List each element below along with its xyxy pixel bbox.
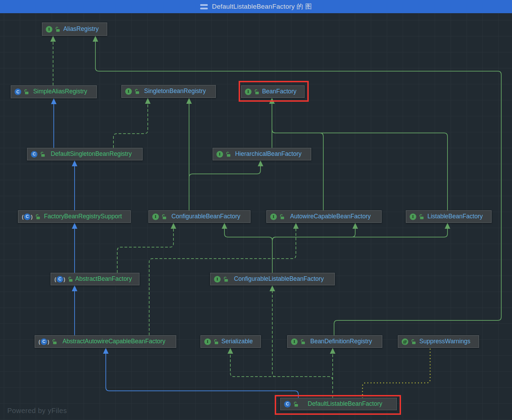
node-label: AutowireCapableBeanFactory: [285, 213, 378, 221]
node-label: ListableBeanFactory: [425, 213, 488, 221]
arrowhead-BeanDefinitionRegistry-to-AliasRegistry: [93, 36, 98, 42]
diagram-icon: [200, 4, 208, 9]
unlocked-icon: [52, 339, 58, 345]
abstract-class-icon: (C): [22, 213, 33, 220]
node-label: HierarchicalBeanFactory: [231, 150, 307, 158]
unlocked-icon: [213, 339, 219, 345]
unlocked-icon: [35, 214, 41, 220]
arrowhead-AbstractBeanFactory-to-ConfigurableBeanFactory: [171, 223, 176, 229]
node-HierarchicalBeanFactory[interactable]: I HierarchicalBeanFactory: [213, 148, 311, 160]
arrowhead-ConfigurableListableBeanFactory-to-AutowireCapableBeanFactory: [352, 223, 358, 229]
node-AbstractAutowireCapableBeanFactory[interactable]: (C) AbstractAutowireCapableBeanFactory: [35, 335, 176, 348]
class-icon: C: [284, 401, 291, 408]
edge-ConfigurableListableBeanFactory-to-ConfigurableBeanFactory: [224, 229, 272, 273]
unlocked-icon: [225, 151, 231, 157]
arrowhead-DefaultListableBeanFactory-to-ConfigurableListableBeanFactory: [270, 285, 275, 291]
edge-ConfigurableListableBeanFactory-to-AutowireCapableBeanFactory: [272, 229, 355, 273]
arrowhead-ConfigurableListableBeanFactory-to-ConfigurableBeanFactory: [222, 223, 227, 229]
node-AbstractBeanFactory[interactable]: (C) AbstractBeanFactory: [51, 273, 139, 285]
abstract-class-icon: (C): [54, 276, 65, 283]
interface-icon: I: [270, 213, 277, 220]
node-label: Serializable: [219, 338, 257, 346]
annotation-icon: @: [402, 338, 408, 345]
edge-AbstractBeanFactory-to-ConfigurableBeanFactory: [117, 229, 173, 273]
node-BeanFactory[interactable]: I BeanFactory: [241, 85, 305, 98]
interface-icon: I: [245, 89, 251, 95]
node-label: AliasRegistry: [61, 25, 103, 33]
edge-ConfigurableBeanFactory-to-HierarchicalBeanFactory: [189, 166, 261, 210]
node-ListableBeanFactory[interactable]: I ListableBeanFactory: [406, 210, 492, 223]
node-label: BeanDefinitionRegistry: [306, 338, 378, 346]
arrowhead-ConfigurableBeanFactory-to-SingletonBeanRegistry: [186, 98, 192, 104]
node-label: DefaultSingletonBeanRegistry: [46, 150, 139, 158]
unlocked-icon: [254, 89, 260, 95]
unlocked-icon: [300, 339, 306, 345]
node-SuppressWarnings[interactable]: @ SuppressWarnings: [398, 335, 479, 348]
node-label: AbstractBeanFactory: [74, 275, 136, 283]
arrowhead-AbstractAutowireCapableBeanFactory-to-AbstractBeanFactory: [72, 285, 77, 291]
arrowhead-DefaultListableBeanFactory-to-BeanDefinitionRegistry: [330, 348, 335, 354]
unlocked-icon: [24, 89, 29, 95]
node-SimpleAliasRegistry[interactable]: C SimpleAliasRegistry: [11, 85, 97, 98]
node-label: BeanFactory: [260, 88, 301, 96]
unlocked-icon: [134, 89, 140, 94]
interface-icon: I: [46, 26, 52, 33]
uml-diagram-window: DefaultListableBeanFactory 的 图 I AliasRe…: [0, 0, 512, 420]
arrowhead-ConfigurableListableBeanFactory-to-ListableBeanFactory: [445, 223, 450, 229]
node-label: SuppressWarnings: [417, 338, 475, 346]
interface-icon: I: [152, 213, 159, 220]
class-icon: C: [15, 89, 21, 95]
interface-icon: I: [204, 338, 211, 345]
unlocked-icon: [40, 151, 46, 157]
arrowhead-SimpleAliasRegistry-to-AliasRegistry: [50, 36, 56, 42]
interface-icon: I: [214, 276, 221, 283]
node-label: ConfigurableBeanFactory: [167, 213, 247, 221]
node-DefaultListableBeanFactory[interactable]: C DefaultListableBeanFactory: [280, 398, 397, 410]
interface-icon: I: [125, 88, 132, 95]
unlocked-icon: [161, 214, 167, 220]
unlocked-icon: [293, 401, 299, 407]
node-SingletonBeanRegistry[interactable]: I SingletonBeanRegistry: [121, 85, 216, 98]
node-ConfigurableBeanFactory[interactable]: I ConfigurableBeanFactory: [148, 210, 250, 223]
arrowhead-DefaultListableBeanFactory-to-Serializable: [228, 348, 233, 354]
unlocked-icon: [419, 214, 425, 220]
arrowhead-DefaultSingletonBeanRegistry-to-SingletonBeanRegistry: [145, 98, 151, 104]
node-label: SimpleAliasRegistry: [29, 88, 93, 96]
arrowhead-AbstractAutowireCapableBeanFactory-to-AutowireCapableBeanFactory: [293, 223, 299, 229]
unlocked-icon: [68, 276, 74, 282]
arrowhead-DefaultSingletonBeanRegistry-to-SimpleAliasRegistry: [51, 98, 57, 104]
window-titlebar: DefaultListableBeanFactory 的 图: [0, 0, 512, 13]
node-label: AbstractAutowireCapableBeanFactory: [58, 338, 172, 346]
node-ConfigurableListableBeanFactory[interactable]: I ConfigurableListableBeanFactory: [210, 273, 335, 285]
edge-DefaultListableBeanFactory-to-AbstractAutowireCapableBeanFactory: [106, 354, 298, 398]
unlocked-icon: [223, 276, 229, 282]
edge-DefaultSingletonBeanRegistry-to-SingletonBeanRegistry: [113, 104, 148, 148]
node-Serializable[interactable]: I Serializable: [200, 335, 261, 348]
interface-icon: I: [216, 151, 223, 158]
arrowhead-FactoryBeanRegistrySupport-to-DefaultSingletonBeanRegistry: [72, 160, 77, 166]
window-title: DefaultListableBeanFactory 的 图: [212, 2, 312, 11]
node-FactoryBeanRegistrySupport[interactable]: (C) FactoryBeanRegistrySupport: [18, 210, 131, 223]
interface-icon: I: [410, 213, 416, 220]
edge-ConfigurableListableBeanFactory-to-ListableBeanFactory: [272, 229, 447, 273]
node-label: FactoryBeanRegistrySupport: [41, 213, 127, 221]
arrowhead-DefaultListableBeanFactory-to-AbstractAutowireCapableBeanFactory: [103, 348, 109, 354]
arrowhead-AbstractBeanFactory-to-FactoryBeanRegistrySupport: [72, 223, 77, 229]
unlocked-icon: [55, 26, 61, 32]
edge-DefaultListableBeanFactory-to-SuppressWarnings: [362, 348, 430, 398]
abstract-class-icon: (C): [39, 338, 49, 345]
node-AutowireCapableBeanFactory[interactable]: I AutowireCapableBeanFactory: [266, 210, 382, 223]
interface-icon: I: [291, 338, 298, 345]
unlocked-icon: [411, 339, 417, 345]
node-DefaultSingletonBeanRegistry[interactable]: C DefaultSingletonBeanRegistry: [27, 148, 143, 160]
edges-layer: [0, 0, 512, 420]
class-icon: C: [31, 151, 37, 158]
unlocked-icon: [279, 214, 285, 220]
node-label: DefaultListableBeanFactory: [299, 400, 393, 408]
node-label: ConfigurableListableBeanFactory: [229, 275, 331, 283]
node-BeanDefinitionRegistry[interactable]: I BeanDefinitionRegistry: [287, 335, 382, 348]
node-AliasRegistry[interactable]: I AliasRegistry: [42, 23, 107, 36]
arrowhead-ConfigurableBeanFactory-to-HierarchicalBeanFactory: [258, 160, 263, 166]
node-label: SingletonBeanRegistry: [140, 87, 212, 95]
